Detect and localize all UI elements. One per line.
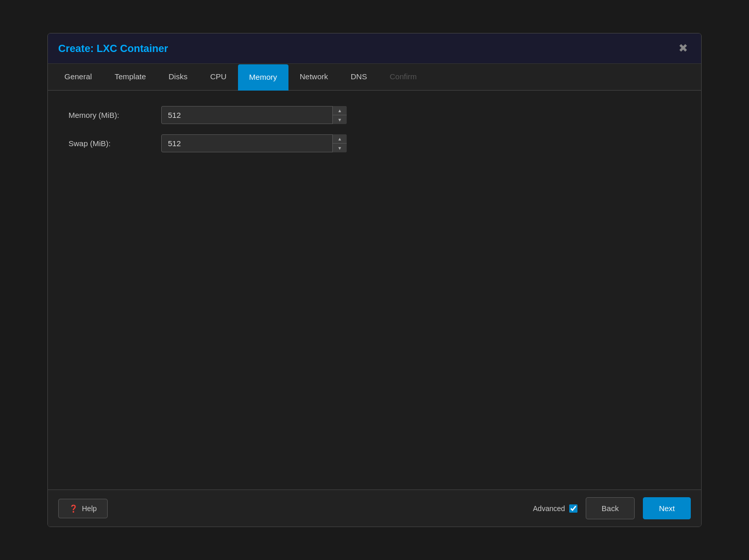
- swap-row: Swap (MiB): ▲ ▼: [69, 134, 680, 152]
- advanced-text: Advanced: [533, 504, 565, 513]
- next-button[interactable]: Next: [643, 497, 691, 519]
- close-button[interactable]: ✖: [675, 41, 691, 56]
- memory-input[interactable]: [161, 106, 347, 124]
- tab-disks[interactable]: Disks: [157, 64, 199, 90]
- tab-cpu[interactable]: CPU: [199, 64, 238, 90]
- swap-increment-button[interactable]: ▲: [333, 134, 347, 144]
- advanced-checkbox[interactable]: [569, 504, 577, 513]
- memory-label: Memory (MiB):: [69, 111, 161, 119]
- tab-template[interactable]: Template: [103, 64, 157, 90]
- swap-decrement-button[interactable]: ▼: [333, 144, 347, 152]
- title-bar: Create: LXC Container ✖: [48, 33, 701, 64]
- help-label: Help: [82, 504, 97, 513]
- memory-spinbox: ▲ ▼: [161, 106, 347, 124]
- tab-bar: General Template Disks CPU Memory Networ…: [48, 64, 701, 91]
- memory-spinner-buttons: ▲ ▼: [332, 106, 347, 124]
- tab-network[interactable]: Network: [288, 64, 339, 90]
- memory-decrement-button[interactable]: ▼: [333, 115, 347, 124]
- tab-general[interactable]: General: [53, 64, 103, 90]
- memory-row: Memory (MiB): ▲ ▼: [69, 106, 680, 124]
- form-content: Memory (MiB): ▲ ▼ Swap (MiB): ▲ ▼: [48, 91, 701, 489]
- swap-spinner-buttons: ▲ ▼: [332, 134, 347, 152]
- help-button[interactable]: ❓ Help: [58, 499, 108, 518]
- tab-memory[interactable]: Memory: [238, 64, 288, 91]
- swap-label: Swap (MiB):: [69, 139, 161, 148]
- memory-increment-button[interactable]: ▲: [333, 106, 347, 115]
- back-button[interactable]: Back: [586, 497, 635, 519]
- footer: ❓ Help Advanced Back Next: [48, 489, 701, 527]
- create-lxc-dialog: Create: LXC Container ✖ General Template…: [47, 33, 702, 527]
- tab-confirm: Confirm: [378, 64, 428, 90]
- help-icon: ❓: [69, 504, 78, 513]
- advanced-label: Advanced: [533, 504, 577, 513]
- swap-spinbox: ▲ ▼: [161, 134, 347, 152]
- dialog-title: Create: LXC Container: [58, 43, 168, 55]
- swap-input[interactable]: [161, 134, 347, 152]
- footer-right: Advanced Back Next: [533, 497, 691, 519]
- tab-dns[interactable]: DNS: [339, 64, 379, 90]
